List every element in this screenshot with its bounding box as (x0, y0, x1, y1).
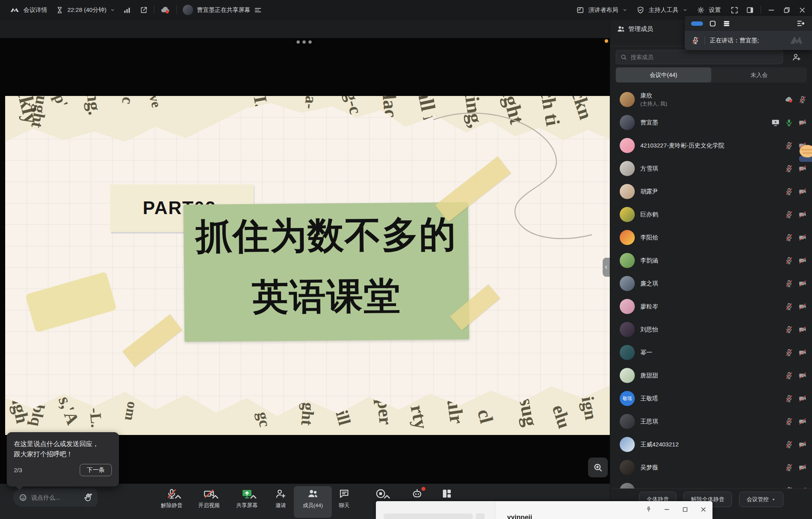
host-tools-button[interactable]: 主持人工具 (649, 6, 678, 14)
cloud-record-icon[interactable] (785, 95, 793, 104)
search-member-input[interactable]: 搜索成员 (616, 50, 783, 64)
zoom-in-button[interactable] (588, 458, 608, 477)
unmute-button[interactable]: 解除静音 (153, 486, 191, 518)
mic-muted-icon[interactable] (785, 279, 793, 288)
maximize-icon[interactable] (682, 506, 689, 513)
cam-off-icon[interactable] (798, 187, 807, 196)
mic-muted-icon[interactable] (785, 210, 793, 219)
drag-handle-dots[interactable] (297, 40, 312, 44)
duration-chevron-icon[interactable] (110, 7, 115, 13)
member-row[interactable]: 刘思怡 (610, 318, 812, 341)
meeting-details-button[interactable]: 会议详情 (23, 6, 47, 14)
mic-muted-icon[interactable] (785, 348, 793, 357)
minimize-button[interactable] (767, 6, 776, 14)
screen-ind-icon[interactable] (771, 118, 780, 127)
cam-off-icon[interactable] (798, 302, 807, 311)
member-row[interactable]: 吴梦薇 (610, 456, 812, 479)
member-name: 巨亦鹤 (640, 211, 785, 218)
share-options-icon[interactable] (254, 6, 262, 14)
host-tools-chevron-icon[interactable] (682, 7, 688, 13)
fullscreen-icon[interactable] (730, 6, 739, 14)
mini-expand-icon[interactable] (796, 19, 806, 28)
member-row[interactable]: 唐甜甜 (610, 364, 812, 387)
cam-off-icon[interactable] (798, 279, 807, 288)
chat-button[interactable]: 聊天 (325, 486, 363, 518)
member-row[interactable]: 康欣(主持人, 我) (610, 88, 812, 111)
minimize-icon[interactable] (663, 506, 670, 513)
divider (176, 6, 177, 14)
divider (760, 6, 761, 14)
meeting-control-button[interactable]: 会议管控 (739, 492, 783, 507)
mini-window-mode-icon[interactable] (709, 19, 717, 28)
member-row[interactable] (610, 479, 812, 488)
member-row[interactable]: 方雪琪 (610, 157, 812, 180)
chevron-up-icon[interactable] (247, 491, 259, 503)
tooltip-next-button[interactable]: 下一条 (80, 464, 112, 476)
start-video-button[interactable]: 开启视频 (190, 486, 228, 518)
mic-muted-icon[interactable] (785, 440, 793, 449)
mini-blue-pill-button[interactable] (691, 21, 703, 26)
mic-muted-icon[interactable] (798, 95, 807, 104)
member-row[interactable]: 巨亦鹤 (610, 203, 812, 226)
close-icon[interactable] (700, 506, 707, 513)
settings-button[interactable]: 设置 (709, 6, 721, 14)
share-screen-button[interactable]: 共享屏幕 (228, 486, 266, 518)
cam-off-icon[interactable] (798, 256, 807, 265)
cam-off-icon[interactable] (798, 348, 807, 357)
restore-button[interactable] (783, 6, 791, 14)
cam-off-icon[interactable] (798, 210, 807, 219)
chevron-up-icon[interactable] (172, 491, 184, 503)
mic-muted-icon[interactable] (785, 256, 793, 265)
member-row[interactable]: 廉之琪 (610, 272, 812, 295)
cam-off-icon[interactable] (798, 440, 807, 449)
member-row[interactable]: 敬瑶王敬瑶 (610, 387, 812, 410)
mic-muted-icon[interactable] (785, 302, 793, 311)
cam-off-icon[interactable] (798, 164, 807, 173)
member-row[interactable]: 廖粒岑 (610, 295, 812, 318)
cam-off-icon[interactable] (798, 233, 807, 242)
raise-hand-button[interactable] (79, 488, 98, 507)
mic-muted-icon[interactable] (785, 141, 793, 150)
cam-off-icon[interactable] (798, 118, 807, 127)
cam-off-icon[interactable] (798, 463, 807, 472)
mic-muted-icon[interactable] (785, 394, 793, 403)
smiley-icon[interactable] (19, 493, 27, 502)
close-button[interactable] (798, 6, 806, 14)
pin-icon[interactable] (645, 506, 652, 513)
sidebar-collapse-tab[interactable] (603, 258, 610, 277)
add-member-button[interactable] (787, 50, 806, 64)
mic-muted-icon[interactable] (691, 36, 700, 45)
message-input[interactable]: 说点什么... (13, 488, 87, 507)
layout-chevron-icon[interactable] (622, 7, 628, 13)
member-row[interactable]: 李阳烚 (610, 226, 812, 249)
cam-off-icon[interactable] (798, 325, 807, 334)
mic-muted-icon[interactable] (785, 325, 793, 334)
cam-off-icon[interactable] (798, 394, 807, 403)
cam-off-icon[interactable] (798, 371, 807, 380)
mic-muted-icon[interactable] (785, 371, 793, 380)
mic-muted-icon[interactable] (785, 164, 793, 173)
side-panel-toggle-icon[interactable] (746, 6, 754, 14)
member-row[interactable]: 李韵涵 (610, 249, 812, 272)
meeting-duration[interactable]: 22:28 (40分钟) (67, 6, 106, 14)
member-row[interactable]: 胡露尹 (610, 180, 812, 203)
chevron-up-icon[interactable] (209, 491, 221, 503)
cam-off-icon[interactable] (798, 417, 807, 426)
member-row[interactable]: 曹宜墨 (610, 111, 812, 134)
tab-in-meeting[interactable]: 会议中(44) (616, 67, 711, 82)
tab-not-joined[interactable]: 未入会 (711, 67, 807, 82)
mic-on-icon[interactable] (785, 118, 793, 127)
mic-muted-icon[interactable] (785, 233, 793, 242)
member-row[interactable]: 王威42403212 (610, 433, 812, 456)
network-signal-icon[interactable] (123, 6, 131, 14)
cloud-recording-icon[interactable] (160, 5, 170, 15)
mic-muted-icon[interactable] (785, 417, 793, 426)
mic-muted-icon[interactable] (785, 187, 793, 196)
mic-muted-icon[interactable] (785, 463, 793, 472)
member-row[interactable]: 42103227-麦玲彬-历史文化学院 (610, 134, 812, 157)
open-window-icon[interactable] (140, 6, 148, 14)
member-row[interactable]: 王思琪 (610, 410, 812, 433)
mini-stack-icon[interactable] (722, 19, 731, 28)
member-row[interactable]: 幂一 (610, 341, 812, 364)
speaker-layout-button[interactable]: 演讲者布局 (588, 6, 618, 14)
